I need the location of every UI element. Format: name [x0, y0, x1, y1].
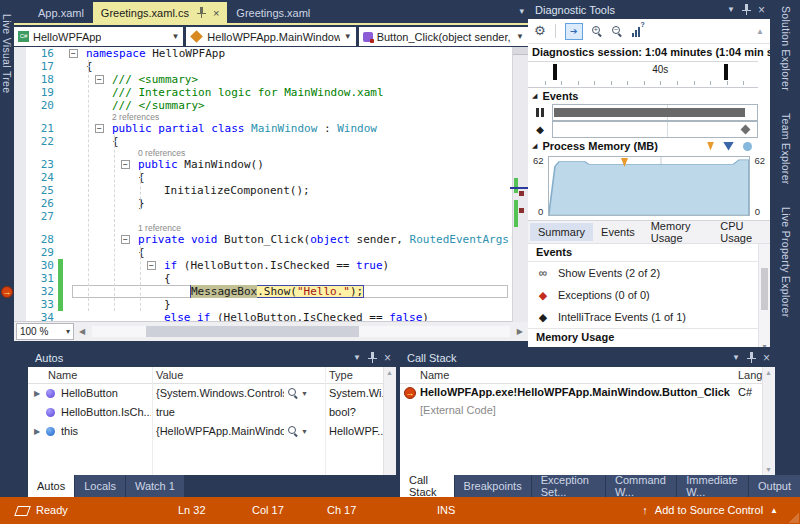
add-to-source-control-button[interactable]: ↑ Add to Source Control ▲ — [642, 504, 778, 516]
type-dropdown[interactable]: HelloWPFApp.MainWindow ▼ — [186, 27, 355, 46]
window-position-icon[interactable]: ▼ — [727, 5, 735, 14]
scroll-up-icon[interactable]: ▲ — [386, 369, 393, 376]
summary-item-show-events-2-of-2[interactable]: ∞Show Events (2 of 2) — [528, 262, 770, 284]
editor-vertical-scrollbar[interactable] — [512, 47, 528, 322]
fold-toggle-icon[interactable]: − — [147, 261, 156, 270]
panel-title-bar[interactable]: Diagnostic Tools ▼ × — [528, 0, 770, 19]
chevron-down-icon[interactable]: ▼ — [301, 428, 308, 435]
editor-tab-greetings-xaml[interactable]: Greetings.xaml — [228, 2, 318, 23]
window-position-icon[interactable]: ▼ — [732, 353, 740, 362]
magnifier-icon[interactable] — [288, 388, 298, 398]
event-diamond[interactable] — [740, 125, 750, 135]
zoom-select[interactable]: 100 % ▾ — [16, 323, 74, 340]
horizontal-scrollbar[interactable] — [92, 326, 510, 337]
tab-live-visual-tree[interactable]: Live Visual Tree — [1, 14, 13, 93]
autos-row-hellobutton[interactable]: ▶HelloButton{System.Windows.Controls.Ra.… — [28, 384, 396, 403]
zoom-in-icon[interactable]: + — [592, 26, 603, 37]
pin-icon[interactable] — [368, 352, 377, 363]
fold-toggle-icon[interactable]: − — [95, 75, 104, 84]
splitter-handle[interactable] — [513, 47, 528, 55]
timeline-range-handle[interactable] — [724, 64, 728, 80]
close-icon[interactable]: × — [384, 353, 391, 363]
tab-breakpoints[interactable]: Breakpoints — [455, 475, 531, 497]
memory-section-header[interactable]: ◢ Process Memory (MB) — [528, 138, 770, 154]
column-header-name[interactable]: Name — [48, 369, 77, 381]
session-timeline[interactable]: 40s — [528, 61, 758, 88]
scrollbar-thumb[interactable] — [146, 326, 359, 337]
events-section-header[interactable]: ◢ Events — [528, 88, 770, 104]
pin-icon[interactable] — [747, 352, 756, 363]
fold-toggle-icon[interactable]: − — [69, 49, 78, 58]
tab-watch-1[interactable]: Watch 1 — [126, 475, 184, 497]
editor-tab-app-xaml[interactable]: App.xaml — [30, 2, 92, 23]
column-header-name[interactable]: Name — [420, 369, 449, 381]
reset-view-icon[interactable]: ? — [632, 25, 643, 37]
close-icon[interactable]: × — [763, 353, 770, 363]
code-editor[interactable]: 16−namespace HelloWPFApp17{18−/// <summa… — [14, 47, 528, 322]
tab-call-stack[interactable]: Call Stack — [400, 475, 454, 497]
fold-toggle-icon[interactable]: − — [121, 235, 130, 244]
tab-exception-set[interactable]: Exception Set... — [532, 475, 605, 497]
summary-item-intellitrace-events-1-of-1[interactable]: ◆IntelliTrace Events (1 of 1) — [528, 306, 770, 328]
tab-solution-explorer[interactable]: Solution Explorer — [780, 0, 792, 91]
diag-tab-memory-usage[interactable]: Memory Usage — [643, 217, 713, 247]
callstack-column-headers[interactable]: NameLang — [400, 367, 775, 384]
fold-toggle-icon[interactable]: − — [121, 160, 130, 169]
scroll-down-icon[interactable]: ▼ — [761, 343, 768, 347]
autos-column-headers[interactable]: NameValueType — [28, 367, 396, 384]
diag-tab-cpu-usage[interactable]: CPU Usage — [712, 217, 770, 247]
scroll-up-icon[interactable]: ▲ — [756, 27, 764, 36]
panel-title-bar[interactable]: Call Stack ▼ × — [400, 348, 775, 367]
tab-output[interactable]: Output — [749, 475, 800, 497]
close-icon[interactable]: × — [758, 5, 765, 15]
callstack-frame[interactable]: →HelloWPFApp.exe!HelloWPFApp.MainWindow.… — [400, 384, 775, 402]
intellitrace-track[interactable] — [552, 121, 758, 138]
magnifier-icon[interactable] — [288, 426, 298, 436]
autos-row-hellobutton-isch[interactable]: HelloButton.IsCh...truebool? — [28, 403, 396, 422]
zoom-out-icon[interactable]: − — [612, 26, 623, 37]
tab-command-w[interactable]: Command W... — [606, 475, 676, 497]
window-position-icon[interactable]: ▼ — [353, 353, 361, 362]
process-memory-chart[interactable]: 62 62 0 0 — [548, 156, 750, 216]
scroll-left-icon[interactable]: ◀ — [74, 327, 90, 336]
fold-toggle-icon[interactable]: − — [95, 124, 104, 133]
select-tool-icon[interactable]: ➔ — [565, 23, 583, 40]
resize-grip[interactable] — [789, 513, 799, 523]
scrollbar-thumb[interactable] — [761, 268, 768, 310]
autos-scrollbar[interactable]: ▲ — [383, 367, 396, 475]
current-statement-breakpoint-icon[interactable]: → — [1, 286, 13, 298]
summary-scrollbar[interactable]: ▼ — [758, 244, 770, 347]
diag-tab-events[interactable]: Events — [593, 223, 643, 241]
events-track[interactable] — [552, 104, 758, 121]
editor-tab-greetings-xaml-cs[interactable]: Greetings.xaml.cs× — [93, 2, 227, 23]
member-dropdown[interactable]: Button_Click(object sender, Rout ▼ — [359, 27, 528, 46]
timeline-range-handle[interactable] — [553, 64, 557, 80]
panel-title-bar[interactable]: Autos ▼ × — [28, 348, 396, 367]
expander-icon[interactable]: ▶ — [34, 389, 40, 398]
scroll-right-icon[interactable]: ▶ — [512, 327, 528, 336]
diag-tab-summary[interactable]: Summary — [530, 223, 593, 241]
tab-immediate-w[interactable]: Immediate W... — [677, 475, 748, 497]
tab-team-explorer[interactable]: Team Explorer — [780, 107, 792, 185]
column-header-value[interactable]: Value — [156, 369, 183, 381]
column-header-type[interactable]: Type — [329, 369, 353, 381]
chevron-down-icon[interactable]: ▼ — [301, 390, 308, 397]
scroll-down-icon[interactable]: ▼ — [765, 466, 772, 473]
callstack-scrollbar[interactable]: ▲ ▼ — [762, 367, 775, 475]
code-line-16[interactable]: 16−namespace HelloWPFApp — [14, 47, 513, 60]
column-header-lang[interactable]: Lang — [738, 369, 762, 381]
summary-item-exceptions-0-of-0[interactable]: ◆Exceptions (0 of 0) — [528, 284, 770, 306]
autos-row-this[interactable]: ▶this{HelloWPFApp.MainWindow}▼HelloWPF..… — [28, 422, 396, 441]
pin-icon[interactable] — [742, 4, 751, 15]
project-dropdown[interactable]: C# HelloWPFApp ▼ — [14, 27, 183, 46]
expander-icon[interactable]: ▶ — [34, 427, 40, 436]
scroll-up-icon[interactable]: ▲ — [765, 369, 772, 376]
tab-autos[interactable]: Autos — [28, 475, 74, 497]
tab-locals[interactable]: Locals — [75, 475, 125, 497]
pin-icon[interactable] — [197, 7, 206, 18]
settings-gear-icon[interactable]: ⚙ — [534, 24, 546, 38]
inspect-control[interactable]: ▼ — [288, 426, 308, 436]
close-icon[interactable]: × — [213, 8, 219, 18]
document-list-chevron-icon[interactable]: ▾ — [519, 6, 524, 16]
tab-live-property-explorer[interactable]: Live Property Explorer — [780, 201, 792, 317]
